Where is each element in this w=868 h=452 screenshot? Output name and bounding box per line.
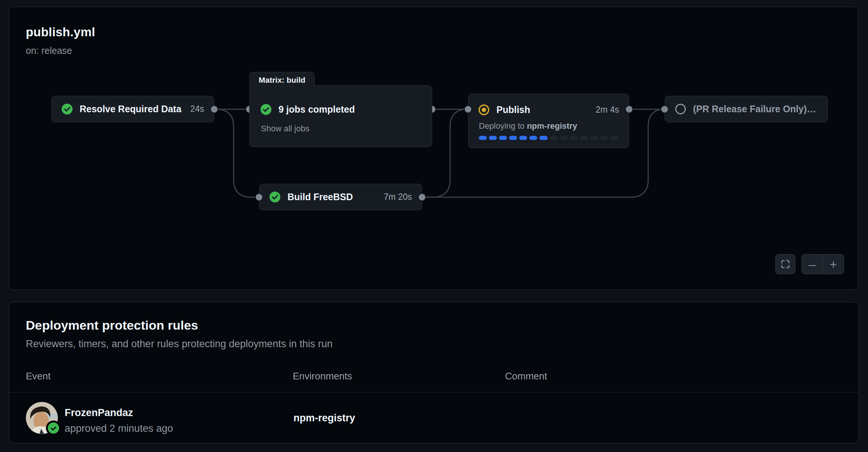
pending-circle-icon	[675, 103, 686, 115]
fullscreen-icon	[780, 259, 791, 269]
graph-connection-dots	[9, 7, 859, 290]
job-duration: 24s	[190, 104, 204, 114]
deploy-progress	[479, 136, 618, 140]
job-duration: 7m 20s	[384, 192, 412, 202]
progress-segment	[560, 136, 568, 140]
column-header-environments: Environments	[293, 370, 352, 382]
reviewer-username[interactable]: FrozenPandaz	[65, 407, 133, 419]
check-circle-icon	[269, 191, 281, 203]
in-progress-icon	[478, 104, 490, 116]
progress-segment	[519, 136, 527, 140]
zoom-control-group: – +	[801, 254, 844, 274]
table-header-divider	[9, 392, 859, 393]
avatar[interactable]	[26, 402, 58, 434]
check-icon	[49, 424, 58, 432]
column-header-comment: Comment	[505, 370, 547, 382]
job-node-resolve-required-data[interactable]: Resolve Required Data 24s	[51, 96, 214, 122]
publish-status-row: Publish 2m 4s	[478, 104, 619, 116]
graph-edges	[9, 7, 859, 290]
rules-panel-subtitle: Reviewers, timers, and other rules prote…	[26, 338, 333, 350]
environment-name: npm-registry	[293, 412, 355, 424]
workflow-title: publish.yml	[26, 25, 95, 39]
progress-segment	[539, 136, 547, 140]
job-label: Publish	[496, 104, 530, 115]
job-label: Resolve Required Data	[80, 104, 181, 114]
column-header-event: Event	[26, 370, 51, 382]
progress-segment	[610, 136, 618, 140]
progress-segment	[550, 136, 558, 140]
job-node-build-freebsd[interactable]: Build FreeBSD 7m 20s	[259, 184, 422, 210]
approved-badge	[46, 421, 61, 436]
workflow-trigger: on: release	[26, 45, 72, 56]
zoom-in-button[interactable]: +	[823, 254, 844, 274]
deployment-protection-rules-panel: Deployment protection rules Reviewers, t…	[9, 302, 859, 443]
deploy-target-text: Deploying to npm-registry	[479, 121, 577, 131]
progress-segment	[570, 136, 578, 140]
job-node-pr-release-failure[interactable]: (PR Release Failure Only) Cre…	[665, 96, 828, 122]
deploy-environment: npm-registry	[527, 121, 577, 131]
progress-segment	[499, 136, 507, 140]
approval-event-text: approved 2 minutes ago	[65, 423, 173, 434]
matrix-summary-label: 9 jobs completed	[278, 104, 355, 115]
rules-panel-title: Deployment protection rules	[26, 318, 198, 333]
progress-segment	[590, 136, 598, 140]
progress-segment	[529, 136, 537, 140]
progress-segment	[580, 136, 588, 140]
progress-segment	[489, 136, 497, 140]
deploy-prefix: Deploying to	[479, 121, 527, 131]
zoom-out-button[interactable]: –	[802, 254, 823, 274]
workflow-graph-panel: publish.yml on: release Resolve Required…	[9, 7, 858, 290]
check-circle-icon	[61, 103, 73, 115]
progress-segment	[479, 136, 487, 140]
job-duration: 2m 4s	[595, 105, 619, 115]
matrix-group-tab[interactable]: Matrix: build	[249, 72, 315, 88]
progress-segment	[509, 136, 517, 140]
fullscreen-button[interactable]	[775, 254, 795, 274]
job-node-publish[interactable]: Publish 2m 4s Deploying to npm-registry	[468, 94, 629, 148]
matrix-status-row: 9 jobs completed	[260, 104, 355, 115]
check-circle-icon	[260, 104, 272, 115]
matrix-group-node[interactable]: 9 jobs completed Show all jobs	[249, 85, 432, 147]
progress-segment	[600, 136, 608, 140]
job-label: Build FreeBSD	[287, 192, 353, 202]
job-label: (PR Release Failure Only) Cre…	[693, 104, 818, 114]
show-all-jobs-link[interactable]: Show all jobs	[261, 124, 310, 134]
